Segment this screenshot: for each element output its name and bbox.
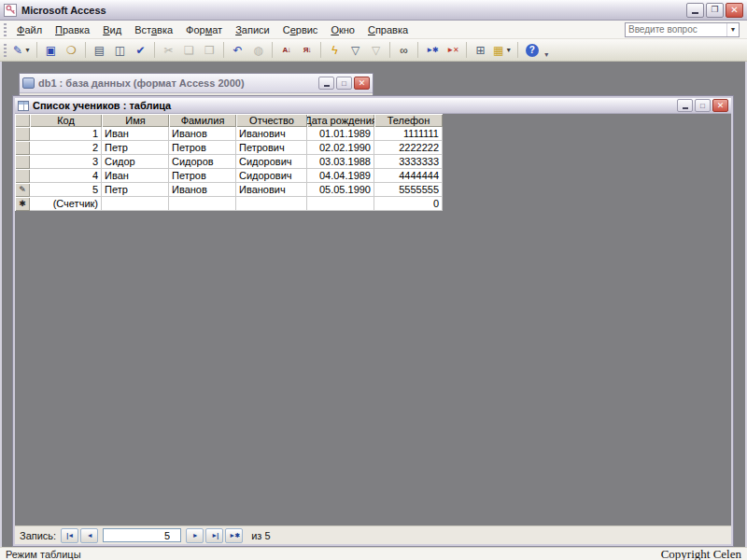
table-maximize-button[interactable]: □ [695, 99, 711, 112]
column-header[interactable]: Фамилия [169, 114, 236, 127]
table-cell[interactable]: Иванов [169, 183, 236, 197]
ask-question-input[interactable] [626, 23, 726, 36]
table-cell[interactable]: Петр [102, 141, 169, 155]
record-selector[interactable] [15, 127, 30, 141]
new-record-nav-button[interactable]: ►✱ [225, 528, 243, 543]
new-object-button[interactable]: ▦▼ [491, 41, 514, 59]
table-cell[interactable]: Петр [102, 183, 169, 197]
table-cell[interactable]: Иванов [169, 127, 236, 141]
record-number-input[interactable] [103, 528, 181, 542]
table-minimize-button[interactable] [677, 99, 693, 112]
print-preview-button[interactable]: ◫ [110, 41, 130, 59]
table-cell[interactable]: 5555555 [374, 183, 443, 197]
menu-файл[interactable]: Файл [10, 21, 49, 38]
find-button[interactable]: ∞ [394, 41, 414, 59]
menu-правка[interactable]: Правка [49, 21, 96, 38]
chevron-down-icon[interactable]: ▼ [24, 47, 31, 53]
record-selector[interactable] [15, 169, 30, 183]
table-cell[interactable] [169, 197, 236, 211]
record-selector-asterisk-icon[interactable]: ✱ [15, 197, 30, 211]
table-cell[interactable]: 1 [30, 127, 102, 141]
table-cell[interactable]: 1111111 [374, 127, 443, 141]
record-selector[interactable] [15, 155, 30, 169]
table-cell[interactable]: 0 [374, 197, 443, 211]
app-minimize-button[interactable] [686, 3, 704, 18]
print-button[interactable]: ▤ [90, 41, 109, 59]
table-cell[interactable]: 2222222 [374, 141, 443, 155]
table-cell[interactable]: Сидор [102, 155, 169, 169]
app-close-button[interactable]: ✕ [726, 3, 743, 18]
menu-окно[interactable]: Окно [324, 21, 361, 38]
table-cell[interactable]: Петров [169, 169, 236, 183]
last-record-button[interactable]: ►| [205, 528, 223, 543]
menu-формат[interactable]: Формат [179, 21, 229, 38]
table-cell[interactable]: 01.01.1989 [307, 127, 374, 141]
table-cell[interactable]: (Счетчик) [30, 197, 102, 211]
toolbar-grip-handle[interactable] [4, 44, 7, 57]
table-cell[interactable]: 3333333 [374, 155, 443, 169]
database-window-button[interactable]: ⊞ [471, 41, 490, 59]
table-cell[interactable]: Иван [102, 169, 169, 183]
filter-by-selection-button[interactable]: ϟ [325, 41, 345, 59]
db1-title-bar[interactable]: db1 : база данных (формат Access 2000) □… [20, 74, 373, 93]
chevron-down-icon[interactable]: ▼ [726, 23, 739, 36]
first-record-button[interactable]: |◄ [61, 528, 78, 543]
column-header[interactable]: Отчество [236, 114, 307, 127]
table-cell[interactable]: 3 [30, 155, 102, 169]
toolbar-options-chevron-icon[interactable]: ▾ [544, 50, 548, 61]
table-cell[interactable]: 4 [30, 169, 102, 183]
help-button[interactable]: ? [522, 41, 542, 59]
table-cell[interactable]: 4444444 [374, 169, 443, 183]
table-cell[interactable]: 5 [30, 183, 102, 197]
table-close-button[interactable]: ✕ [712, 99, 728, 112]
select-all-corner[interactable] [15, 114, 30, 127]
table-cell[interactable]: 04.04.1989 [307, 169, 374, 183]
delete-record-button[interactable]: ►✕ [443, 41, 462, 59]
menu-сервис[interactable]: Сервис [276, 21, 325, 38]
table-window-title-bar[interactable]: Список учеников : таблица □ ✕ [15, 98, 731, 114]
table-datasheet-window[interactable]: Список учеников : таблица □ ✕ КодИмяФами… [13, 96, 733, 546]
record-selector[interactable] [15, 141, 30, 155]
table-cell[interactable]: Иван [102, 127, 169, 141]
table-cell[interactable] [307, 197, 374, 211]
table-cell[interactable]: 05.05.1990 [307, 183, 374, 197]
menu-записи[interactable]: Записи [229, 21, 276, 38]
db1-close-button[interactable]: ✕ [354, 77, 370, 90]
previous-record-button[interactable]: ◄ [80, 528, 98, 543]
menu-grip-handle[interactable] [4, 23, 7, 36]
app-restore-button[interactable]: ❐ [706, 3, 724, 18]
menu-вставка[interactable]: Вставка [128, 21, 179, 38]
table-cell[interactable]: Петрович [236, 141, 307, 155]
next-record-button[interactable]: ► [186, 528, 204, 543]
db1-minimize-button[interactable] [318, 77, 334, 90]
table-cell[interactable] [236, 197, 307, 211]
view-design-button[interactable]: ✎▼ [11, 41, 33, 59]
table-cell[interactable]: Иванович [236, 127, 307, 141]
column-header[interactable]: Код [30, 114, 102, 127]
record-selector-pencil-icon[interactable]: ✎ [15, 183, 30, 197]
sort-descending-button[interactable]: Я↓ [297, 41, 317, 59]
undo-button[interactable]: ↶ [228, 41, 247, 59]
table-cell[interactable]: Сидоров [169, 155, 236, 169]
table-cell[interactable]: 02.02.1990 [307, 141, 374, 155]
table-cell[interactable]: Сидорович [236, 155, 307, 169]
column-header[interactable]: Телефон [374, 114, 443, 127]
table-cell[interactable] [102, 197, 169, 211]
file-search-button[interactable]: ❍ [62, 41, 81, 59]
menu-вид[interactable]: Вид [96, 21, 128, 38]
table-cell[interactable]: Сидорович [236, 169, 307, 183]
filter-by-form-button[interactable]: ▽ [345, 41, 365, 59]
save-button[interactable]: ▣ [41, 41, 61, 59]
table-cell[interactable]: Иванович [236, 183, 307, 197]
new-record-button[interactable]: ►✱ [422, 41, 442, 59]
app-title-bar[interactable]: Microsoft Access ❐ ✕ [0, 0, 747, 21]
sort-ascending-button[interactable]: А↓ [276, 41, 296, 59]
chevron-down-icon[interactable]: ▼ [505, 47, 512, 53]
table-cell[interactable]: Петров [169, 141, 236, 155]
spelling-button[interactable]: ✔ [131, 41, 150, 59]
table-cell[interactable]: 03.03.1988 [307, 155, 374, 169]
column-header[interactable]: Имя [102, 114, 169, 127]
db1-maximize-button[interactable]: □ [336, 77, 352, 90]
table-cell[interactable]: 2 [30, 141, 102, 155]
menu-справка[interactable]: Справка [361, 21, 415, 38]
